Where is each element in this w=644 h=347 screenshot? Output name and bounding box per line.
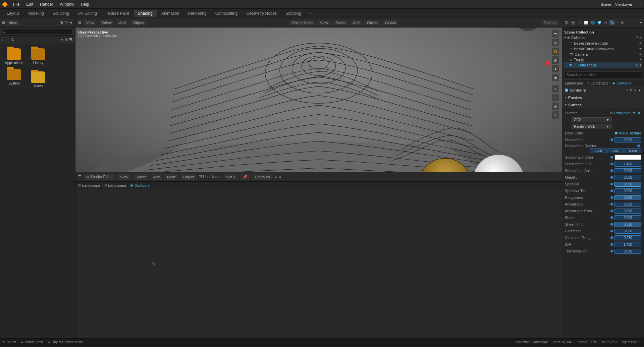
select-menu-btn[interactable]: Select: [99, 20, 115, 25]
props-output-icon[interactable]: 🖨: [577, 20, 582, 25]
props-filter-icon[interactable]: ▼: [639, 21, 643, 24]
ne-material-check[interactable]: ✓: [275, 175, 277, 179]
folder-library[interactable]: Library: [28, 48, 48, 65]
preview-header[interactable]: ▸ Preview: [562, 94, 644, 101]
ne-slot-dropdown[interactable]: Slot 1: [223, 174, 238, 180]
ne-select-btn[interactable]: Select: [133, 174, 149, 180]
subsurface-ior-input[interactable]: 1.400: [614, 162, 641, 167]
forward-btn[interactable]: →: [6, 38, 10, 42]
specular-input[interactable]: 0.500: [614, 182, 641, 187]
subsurface-color-swatch[interactable]: [614, 155, 641, 160]
folder-system[interactable]: System: [4, 69, 24, 88]
tab-shading[interactable]: Shading: [134, 10, 157, 17]
metallic-input[interactable]: 0.000: [614, 175, 641, 180]
surface-header[interactable]: ▾ Surface: [562, 101, 644, 108]
xray-btn[interactable]: ◐: [552, 56, 559, 64]
sheen-input[interactable]: 0.000: [614, 215, 641, 220]
subsurface-input[interactable]: 0.000: [614, 137, 641, 142]
ne-view-btn[interactable]: View: [117, 174, 131, 180]
tab-compositing[interactable]: Compositing: [211, 10, 242, 17]
ne-zoom-out[interactable]: －: [555, 174, 559, 180]
material-preview-btn[interactable]: ●: [552, 65, 559, 72]
add-workspace-tab[interactable]: +: [306, 10, 314, 16]
close-btn[interactable]: ✕: [639, 2, 642, 6]
ne-node-btn[interactable]: Node: [164, 174, 178, 180]
search-icon[interactable]: 🔍: [69, 38, 74, 42]
viewport-render-btn[interactable]: 🔆: [552, 48, 559, 55]
sc-hide-icon[interactable]: ⊙: [639, 36, 642, 39]
ne-material-pin[interactable]: 📌: [240, 174, 250, 180]
view-grid-icon[interactable]: ⊞: [65, 38, 68, 42]
filter-icon[interactable]: ⊞: [60, 20, 63, 25]
sc-item-empty[interactable]: ⊕ Empty 👁: [564, 57, 642, 62]
menu-render[interactable]: Render: [37, 1, 56, 7]
sc-bezier-shrink-eye[interactable]: 👁: [639, 47, 642, 51]
surface-shader-value[interactable]: Principled BSDF: [614, 111, 641, 115]
neb-landscape2[interactable]: Landscape: [108, 183, 126, 187]
mat-landscape1[interactable]: Landscape: [565, 81, 583, 85]
perspective-btn[interactable]: ◎: [552, 39, 559, 46]
walk-mode-btn[interactable]: 🚶: [552, 111, 559, 119]
menu-file[interactable]: File: [10, 1, 22, 7]
base-color-link[interactable]: Wave Texture: [619, 131, 641, 135]
roughness-input[interactable]: 0.500: [614, 195, 641, 200]
sc-eye-icon[interactable]: 👁: [636, 36, 639, 39]
view-btn[interactable]: View: [7, 20, 19, 25]
sheen-tint-input[interactable]: 0.500: [614, 222, 641, 227]
zoom-in-btn[interactable]: ＋: [552, 85, 559, 93]
ne-zoom-in[interactable]: ＋: [549, 174, 553, 180]
sc-landscape-filter[interactable]: ▼: [639, 63, 642, 67]
viewport-view-btn[interactable]: View: [317, 20, 331, 25]
props-object-icon[interactable]: ⬡: [603, 20, 608, 25]
tab-uv-editing[interactable]: UV Editing: [74, 10, 101, 17]
camera-btn[interactable]: 📷: [552, 30, 559, 38]
neb-landscape1[interactable]: Landscape: [82, 183, 100, 187]
rendered-btn[interactable]: ◉: [552, 74, 559, 81]
sc-camera-eye[interactable]: 👁: [639, 53, 642, 56]
subsurface-r-input[interactable]: [590, 149, 606, 153]
props-scene-icon[interactable]: 🎬: [564, 20, 570, 25]
viewport-transform-space[interactable]: Global: [382, 20, 398, 25]
folder-users[interactable]: Users: [28, 71, 48, 88]
view-list-icon[interactable]: ≡: [61, 38, 63, 42]
tab-geometry-nodes[interactable]: Geometry Nodes: [242, 10, 281, 17]
mat-settings-icon[interactable]: ⚙: [630, 89, 633, 92]
ne-editor-type[interactable]: ⊕ Shader Editor: [84, 174, 115, 180]
refresh-btn[interactable]: ↻: [11, 38, 14, 42]
mat-filter-icon[interactable]: ▼: [638, 89, 641, 92]
clearcoat-rough-input[interactable]: 0.030: [614, 235, 641, 240]
mat-landscape2[interactable]: Landscape: [591, 81, 609, 85]
folder-applications[interactable]: Applications: [4, 48, 24, 65]
sc-item-collection[interactable]: ▾ ⊞ Collection 👁 ⊙: [564, 35, 642, 40]
tab-rendering[interactable]: Rendering: [184, 10, 210, 17]
sc-empty-eye[interactable]: 👁: [639, 58, 642, 61]
ne-add-btn[interactable]: Add: [151, 174, 163, 180]
tab-scripting[interactable]: Scripting: [281, 10, 305, 17]
sc-bezier-extrude-eye[interactable]: 👁: [639, 42, 642, 45]
transmission-input[interactable]: 0.000: [614, 249, 641, 254]
anisotropic-rot-input[interactable]: 0.000: [614, 209, 641, 214]
menu-help[interactable]: Help: [78, 1, 92, 7]
ior-input[interactable]: 1.450: [614, 242, 641, 247]
viewport-options-btn[interactable]: Options: [541, 20, 559, 25]
props-scene2-icon[interactable]: 🌐: [590, 20, 596, 25]
toggle-sidebar-icon[interactable]: ☰: [2, 20, 5, 25]
tab-sculpting[interactable]: Sculpting: [49, 10, 73, 17]
object-menu-btn[interactable]: Object: [130, 20, 147, 25]
ne-toggle[interactable]: ☰: [78, 175, 82, 179]
ne-object-type[interactable]: Object: [180, 174, 197, 180]
viewport-object-btn[interactable]: Object: [364, 20, 380, 25]
props-world-icon[interactable]: 🌍: [596, 20, 602, 25]
add-menu-btn[interactable]: Add: [116, 20, 128, 25]
tab-layout[interactable]: Layout: [3, 10, 23, 17]
viewport-menu-toggle[interactable]: ☰: [78, 20, 82, 25]
props-physics-icon[interactable]: ⚙: [620, 20, 625, 25]
sc-landscape-eye[interactable]: 👁: [635, 63, 638, 67]
props-view-layer-icon[interactable]: 📊: [583, 20, 589, 25]
props-render-icon[interactable]: 📷: [570, 20, 576, 25]
object-mode-dropdown[interactable]: Object Mode: [289, 20, 315, 25]
anisotropic-input[interactable]: 0.000: [614, 202, 641, 207]
props-particles-icon[interactable]: ⁺: [615, 20, 619, 25]
subsurface-aniso-input[interactable]: 0.000: [614, 168, 641, 173]
sc-item-landscape[interactable]: ⬡ Landscape 👁 ▼: [564, 62, 642, 68]
